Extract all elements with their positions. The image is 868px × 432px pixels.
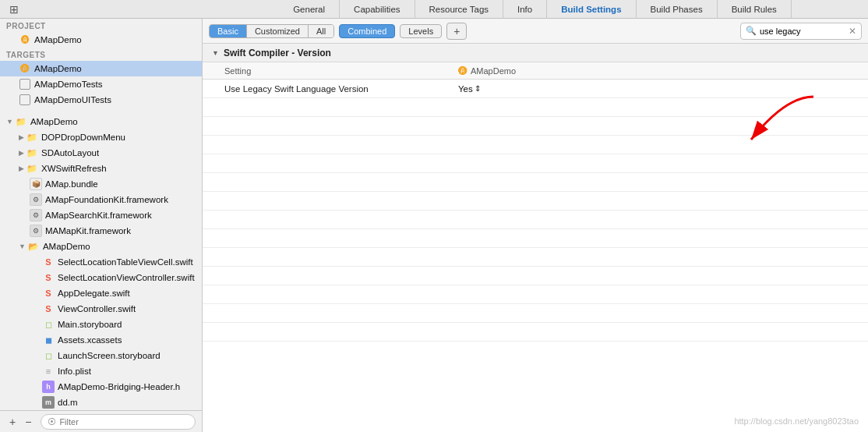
customized-button[interactable]: Customized (247, 25, 309, 37)
sidebar-launchscreen-label: LaunchScreen.storyboard (58, 351, 161, 360)
sidebar-item-bridgingheader[interactable]: h AMapDemo-Bridging-Header.h (0, 379, 202, 395)
search-clear-button[interactable]: ✕ (849, 26, 856, 37)
setting-value-use-legacy: Yes ⇕ (452, 84, 868, 94)
sidebar-item-assets[interactable]: ◼ Assets.xcassets (0, 332, 202, 348)
project-icon: 🅐 (19, 34, 31, 46)
tab-bar-tabs: Basic General Capabilities Resource Tags… (209, 0, 862, 19)
sidebar-item-amapDemo-root[interactable]: ▼ 📁 AMapDemo (0, 114, 202, 129)
remove-item-button[interactable]: − (22, 416, 34, 428)
uitest-icon (19, 94, 30, 105)
sidebar-assets-label: Assets.xcassets (58, 335, 122, 345)
tab-build-rules[interactable]: Build Rules (718, 0, 792, 19)
basic-button[interactable]: Basic (210, 25, 247, 37)
framework-asearch-icon: ⚙ (30, 209, 42, 221)
sidebar-amapdemogroup-label: AMapDemo (43, 242, 90, 251)
filter-btn-group: Basic Customized All (209, 24, 334, 38)
empty-row-7 (203, 211, 868, 229)
add-setting-button[interactable]: + (446, 23, 467, 40)
sidebar-xw-label: XWSwiftRefresh (41, 164, 107, 173)
empty-row-9 (203, 248, 868, 267)
build-settings-content: ▼ Swift Compiler - Version Setting 🅐 AMa… (203, 44, 868, 432)
sidebar-item-target-tests[interactable]: AMapDemoTests (0, 76, 202, 92)
column-header-row: Setting 🅐 AMapDemo (203, 62, 868, 80)
target-uitests-icon (19, 94, 31, 106)
chevron-amapdemogroup-icon: ▼ (19, 243, 26, 250)
tab-resource-tags[interactable]: Resource Tags (415, 0, 504, 19)
sidebar-item-asearchkit[interactable]: ⚙ AMapSearchKit.framework (0, 207, 202, 223)
add-item-button[interactable]: + (6, 416, 19, 428)
sidebar-item-launchscreen[interactable]: ◻ LaunchScreen.storyboard (0, 348, 202, 363)
empty-row-2 (203, 117, 868, 136)
tab-capabilities[interactable]: Capabilities (340, 0, 415, 19)
filter-icon: ⦿ (48, 417, 56, 427)
sidebar-item-selectvc[interactable]: S SelectLocationViewController.swift (0, 270, 202, 285)
target-amapDemo-icon: 🅐 (19, 62, 31, 75)
asset-icon: ◼ (42, 334, 55, 346)
sidebar-bridgingheader-label: AMapDemo-Bridging-Header.h (58, 382, 180, 391)
combined-button[interactable]: Combined (339, 24, 395, 38)
main-layout: PROJECT 🅐 AMapDemo TARGETS 🅐 AMapDemo (0, 19, 868, 432)
tab-info[interactable]: Info (503, 0, 547, 19)
tab-general[interactable]: General (279, 0, 340, 19)
sidebar-item-selecttable[interactable]: S SelectLocationTableViewCell.swift (0, 254, 202, 270)
sidebar-mainstoryboard-label: Main.storyboard (58, 320, 122, 329)
sidebar-item-amapbundle[interactable]: 📦 AMap.bundle (0, 176, 202, 192)
sidebar-bundle-label: AMap.bundle (45, 179, 98, 189)
targets-label: TARGETS (0, 48, 202, 61)
sidebar-item-dopdropdown[interactable]: ▶ 📁 DOPDropDownMenu (0, 129, 202, 145)
swift-vc-icon: S (42, 303, 55, 315)
storyboard-launch-icon: ◻ (42, 349, 55, 362)
all-button[interactable]: All (309, 25, 333, 37)
plist-icon: ≡ (42, 365, 55, 377)
m-file-icon: m (42, 396, 55, 409)
col-target-header: 🅐 AMapDemo (452, 66, 868, 76)
sidebar-item-amapDemoGroup[interactable]: ▼ 📂 AMapDemo (0, 239, 202, 254)
swift-appdelegate-icon: S (42, 287, 55, 299)
setting-value-yes: Yes ⇕ (458, 84, 481, 94)
empty-row-13 (203, 323, 868, 342)
sidebar-item-target-amapDemo[interactable]: 🅐 AMapDemo (0, 61, 202, 76)
content-topbar: Basic Customized All Combined Levels + 🔍… (203, 19, 868, 44)
tab-build-phases[interactable]: Build Phases (637, 0, 718, 19)
target-col-icon: 🅐 (458, 66, 468, 76)
sidebar-selectvc-label: SelectLocationViewController.swift (58, 273, 195, 282)
sidebar-infoplist-label: Info.plist (58, 366, 91, 376)
sidebar-target-tests-label: AMapDemoTests (34, 80, 103, 89)
sidebar-ddm-label: dd.m (58, 398, 78, 407)
folder-amapDemo-icon: 📁 (15, 115, 27, 128)
layout-icon[interactable]: ⊞ (9, 3, 19, 16)
setting-row-use-legacy[interactable]: Use Legacy Swift Language Version Yes ⇕ (203, 80, 868, 98)
sidebar-item-target-uitests[interactable]: AMapDemoUITests (0, 92, 202, 108)
sidebar-asearchkit-label: AMapSearchKit.framework (45, 211, 152, 220)
search-box: 🔍 ✕ (740, 23, 862, 40)
sidebar-item-mamap[interactable]: ⚙ MAMapKit.framework (0, 223, 202, 239)
setting-name-use-legacy: Use Legacy Swift Language Version (203, 84, 452, 94)
filter-input[interactable] (59, 417, 189, 427)
search-input[interactable] (760, 27, 845, 36)
sidebar-selecttable-label: SelectLocationTableViewCell.swift (58, 257, 193, 267)
test-icon (19, 79, 30, 90)
framework-af-icon: ⚙ (30, 193, 42, 206)
sidebar-item-viewcontroller[interactable]: S ViewController.swift (0, 301, 202, 317)
folder-dopdd-icon: 📁 (26, 131, 38, 143)
sidebar-item-sdautolayout[interactable]: ▶ 📁 SDAutoLayout (0, 145, 202, 161)
sidebar-item-project[interactable]: 🅐 AMapDemo (0, 32, 202, 48)
sidebar-item-xwswift[interactable]: ▶ 📁 XWSwiftRefresh (0, 161, 202, 176)
levels-button[interactable]: Levels (400, 24, 442, 38)
tab-build-settings[interactable]: Build Settings (547, 0, 636, 19)
sidebar-item-afoundation[interactable]: ⚙ AMapFoundationKit.framework (0, 192, 202, 207)
swift-selecttable-icon: S (42, 256, 55, 268)
empty-row-3 (203, 136, 868, 154)
sidebar-vc-label: ViewController.swift (58, 304, 136, 313)
sidebar-item-appdelegate[interactable]: S AppDelegate.swift (0, 285, 202, 301)
sidebar-item-infoplist[interactable]: ≡ Info.plist (0, 363, 202, 379)
section-swift-compiler[interactable]: ▼ Swift Compiler - Version (203, 44, 868, 62)
sidebar-item-mainstoryboard[interactable]: ◻ Main.storyboard (0, 317, 202, 332)
storyboard-main-icon: ◻ (42, 318, 55, 331)
sidebar-item-ddm[interactable]: m dd.m (0, 395, 202, 410)
sidebar-target-uitests-label: AMapDemoUITests (34, 95, 111, 104)
sidebar-amapDemo-root-label: AMapDemo (30, 117, 78, 126)
target-col-label: AMapDemo (471, 66, 516, 76)
sidebar-target-amapDemo-label: AMapDemo (34, 64, 82, 73)
framework-mamap-icon: ⚙ (30, 225, 42, 237)
